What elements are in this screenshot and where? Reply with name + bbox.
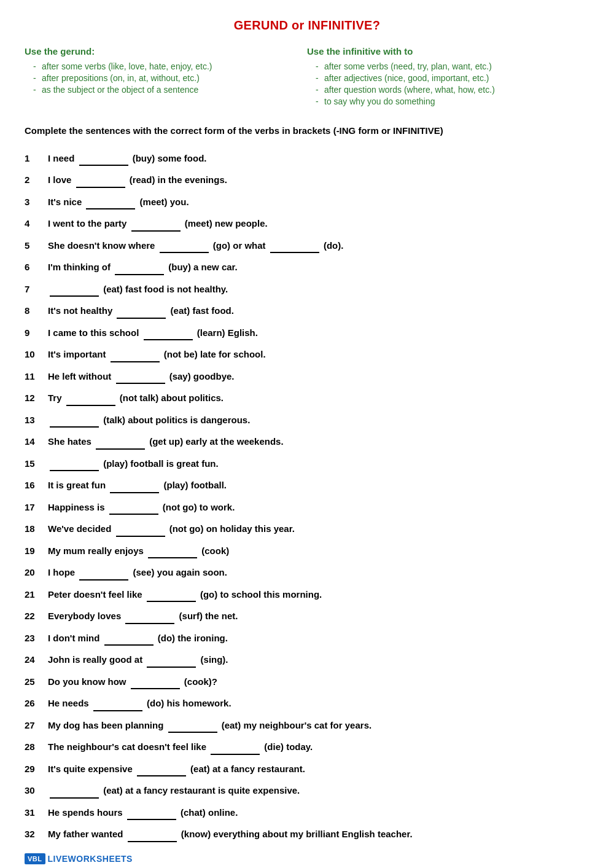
answer-blank[interactable] <box>125 622 174 624</box>
exercise-text-26: He needs (do) his homework. <box>48 695 589 711</box>
exercise-row-19: 19My mum really enjoys (cook) <box>25 543 589 559</box>
exercise-row-30: 30 (eat) at a fancy restaurant is quite … <box>25 783 589 799</box>
exercise-number-2: 2 <box>25 173 48 187</box>
answer-blank[interactable] <box>93 709 142 711</box>
exercise-text-7: (eat) fast food is not healthy. <box>48 281 589 297</box>
exercise-row-27: 27My dog has been planning (eat) my neig… <box>25 717 589 733</box>
exercise-text-2: I love (read) in the evenings. <box>48 172 589 188</box>
exercise-text-5: She doesn't know where (go) or what (do)… <box>48 238 589 254</box>
exercise-number-28: 28 <box>25 740 48 754</box>
answer-blank[interactable] <box>96 447 145 450</box>
answer-blank[interactable] <box>79 163 128 166</box>
answer-blank[interactable] <box>110 491 159 493</box>
answer-blank[interactable] <box>50 294 99 297</box>
exercise-row-8: 8It's not healthy (eat) fast food. <box>25 303 589 319</box>
page-title: GERUND or INFINITIVE? <box>25 18 589 33</box>
exercise-text-18: We've decided (not go) on holiday this y… <box>48 521 589 537</box>
exercise-text-22: Everybody loves (surf) the net. <box>48 608 589 624</box>
exercise-text-21: Peter doesn't feel like (go) to school t… <box>48 587 589 603</box>
answer-blank[interactable] <box>50 469 99 471</box>
exercise-text-10: It's important (not be) late for school. <box>48 346 589 362</box>
exercise-text-29: It's quite expensive (eat) at a fancy re… <box>48 761 589 777</box>
liveworksheets-logo: VBL LIVEWORKSHEETS <box>25 853 133 864</box>
answer-blank[interactable] <box>104 643 154 646</box>
exercise-row-4: 4I went to the party (meet) new people. <box>25 216 589 232</box>
answer-blank[interactable] <box>127 818 176 820</box>
exercise-number-1: 1 <box>25 151 48 166</box>
exercise-row-7: 7 (eat) fast food is not healthy. <box>25 281 589 297</box>
exercise-text-14: She hates (get up) early at the weekends… <box>48 434 589 450</box>
logo-abbr: VBL <box>25 853 45 864</box>
answer-blank[interactable] <box>137 774 186 776</box>
answer-blank[interactable] <box>66 404 115 406</box>
infinitive-list: after some verbs (need, try, plan, want,… <box>307 61 589 106</box>
exercise-row-10: 10It's important (not be) late for schoo… <box>25 346 589 362</box>
gerund-item-2: after prepositions (on, in, at, without,… <box>31 73 307 83</box>
exercise-text-31: He spends hours (chat) online. <box>48 805 589 821</box>
exercise-row-32: 32My father wanted (know) everything abo… <box>25 826 589 842</box>
answer-blank[interactable] <box>109 512 158 515</box>
exercise-number-17: 17 <box>25 500 48 515</box>
infinitive-item-2: after adjectives (nice, good, important,… <box>313 73 589 83</box>
exercise-row-9: 9I came to this school (learn) Eglish. <box>25 325 589 341</box>
exercise-number-9: 9 <box>25 326 48 340</box>
exercise-text-25: Do you know how (cook)? <box>48 674 589 690</box>
exercise-number-10: 10 <box>25 347 48 362</box>
exercise-number-7: 7 <box>25 282 48 297</box>
exercise-number-20: 20 <box>25 565 48 580</box>
answer-blank[interactable] <box>160 251 209 253</box>
exercise-text-24: John is really good at (sing). <box>48 652 589 668</box>
exercise-text-13: (talk) about politics is dangerous. <box>48 412 589 428</box>
exercise-row-21: 21Peter doesn't feel like (go) to school… <box>25 587 589 603</box>
exercise-number-32: 32 <box>25 827 48 842</box>
exercise-row-14: 14She hates (get up) early at the weeken… <box>25 434 589 450</box>
answer-blank[interactable] <box>50 796 99 799</box>
answer-blank[interactable] <box>211 753 260 755</box>
exercise-text-1: I need (buy) some food. <box>48 151 589 166</box>
exercise-row-31: 31He spends hours (chat) online. <box>25 805 589 821</box>
answer-blank[interactable] <box>270 251 319 253</box>
answer-blank[interactable] <box>168 730 217 733</box>
exercise-number-8: 8 <box>25 303 48 318</box>
exercise-number-3: 3 <box>25 195 48 209</box>
answer-blank[interactable] <box>128 840 177 842</box>
answer-blank[interactable] <box>76 186 125 188</box>
answer-blank[interactable] <box>86 207 135 209</box>
exercise-text-16: It is great fun (play) football. <box>48 477 589 493</box>
exercise-row-28: 28The neighbour's cat doesn't feel like … <box>25 739 589 755</box>
answer-blank[interactable] <box>116 534 165 537</box>
exercise-number-27: 27 <box>25 718 48 733</box>
gerund-heading: Use the gerund: <box>25 46 307 57</box>
exercise-row-16: 16It is great fun (play) football. <box>25 477 589 493</box>
answer-blank[interactable] <box>111 360 160 362</box>
exercise-text-19: My mum really enjoys (cook) <box>48 543 589 559</box>
answer-blank[interactable] <box>79 578 128 581</box>
answer-blank[interactable] <box>117 316 166 319</box>
logo-name: LIVEWORKSHEETS <box>48 854 133 864</box>
answer-blank[interactable] <box>50 425 99 428</box>
exercise-text-20: I hope (see) you again soon. <box>48 565 589 581</box>
answer-blank[interactable] <box>147 600 196 602</box>
rules-section: Use the gerund: after some verbs (like, … <box>25 46 589 108</box>
infinitive-item-4: to say why you do something <box>313 96 589 106</box>
exercise-number-13: 13 <box>25 413 48 428</box>
infinitive-item-1: after some verbs (need, try, plan, want,… <box>313 61 589 71</box>
answer-blank[interactable] <box>116 381 165 384</box>
exercise-text-6: I'm thinking of (buy) a new car. <box>48 259 589 275</box>
exercise-text-9: I came to this school (learn) Eglish. <box>48 325 589 341</box>
exercise-text-11: He left without (say) goodbye. <box>48 369 589 385</box>
answer-blank[interactable] <box>131 229 181 232</box>
answer-blank[interactable] <box>144 338 193 340</box>
exercise-number-15: 15 <box>25 456 48 471</box>
exercise-number-24: 24 <box>25 652 48 667</box>
gerund-list: after some verbs (like, love, hate, enjo… <box>25 61 307 95</box>
exercise-row-3: 3It's nice (meet) you. <box>25 194 589 210</box>
answer-blank[interactable] <box>148 556 197 558</box>
exercise-number-4: 4 <box>25 216 48 231</box>
exercise-number-31: 31 <box>25 805 48 820</box>
answer-blank[interactable] <box>131 687 180 689</box>
exercise-row-18: 18We've decided (not go) on holiday this… <box>25 521 589 537</box>
answer-blank[interactable] <box>147 665 196 668</box>
answer-blank[interactable] <box>115 273 164 275</box>
exercise-number-6: 6 <box>25 260 48 275</box>
